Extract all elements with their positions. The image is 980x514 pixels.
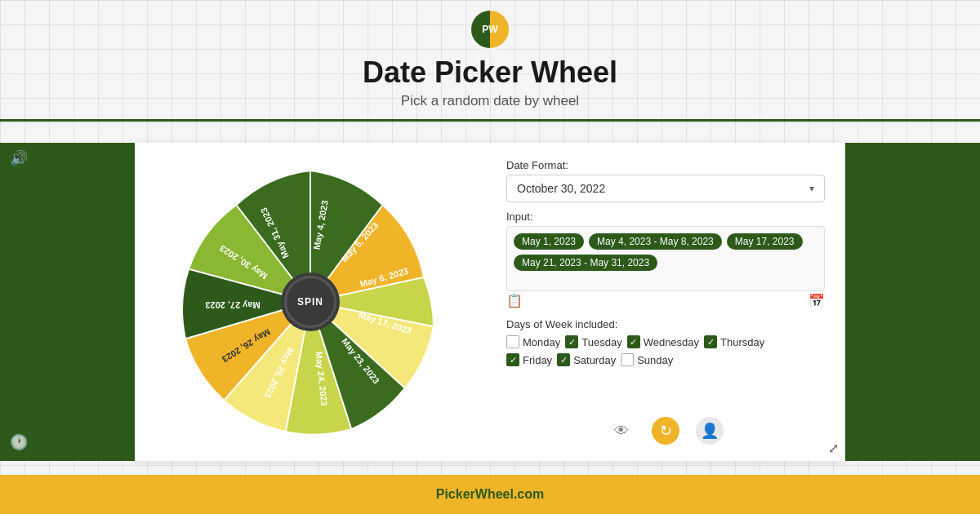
- tag-1[interactable]: May 4, 2023 - May 8, 2023: [589, 233, 722, 250]
- checkbox-saturday[interactable]: [557, 353, 570, 366]
- days-row: Monday Tuesday Wednesday Thursday: [506, 335, 825, 348]
- controls-section: Date Format: October 30, 2022 ▾ Input: M…: [486, 143, 845, 461]
- date-format-value: October 30, 2022: [517, 182, 605, 195]
- history-icon[interactable]: 🕐: [0, 427, 135, 458]
- side-panel-right: [845, 143, 980, 461]
- input-tags-area[interactable]: May 1, 2023 May 4, 2023 - May 8, 2023 Ma…: [506, 226, 825, 291]
- day-thursday: Thursday: [704, 335, 764, 348]
- day-friday-label: Friday: [523, 354, 552, 366]
- input-label: Input:: [506, 210, 825, 223]
- person-icon[interactable]: 👤: [696, 417, 724, 445]
- day-saturday: Saturday: [557, 353, 616, 366]
- logo-text: PW: [482, 24, 497, 35]
- input-group: Input: May 1, 2023 May 4, 2023 - May 8, …: [506, 210, 825, 308]
- spin-button[interactable]: SPIN: [284, 276, 336, 328]
- day-sunday-label: Sunday: [637, 354, 673, 366]
- page-header: PW Date Picker Wheel Pick a random date …: [0, 0, 980, 109]
- checkbox-tuesday[interactable]: [565, 335, 578, 348]
- day-saturday-label: Saturday: [573, 354, 616, 366]
- day-tuesday: Tuesday: [565, 335, 621, 348]
- checkbox-thursday[interactable]: [704, 335, 717, 348]
- wheel-section: May 4, 2023 May 5, 2023 May 6, 2023 May …: [135, 143, 486, 461]
- wheel-container: May 4, 2023 May 5, 2023 May 6, 2023 May …: [172, 163, 449, 441]
- date-format-label: Date Format:: [506, 159, 825, 171]
- footer-bar: PickerWheel.com: [0, 475, 980, 514]
- page-title: Date Picker Wheel: [0, 55, 980, 90]
- checkbox-wednesday[interactable]: [627, 335, 640, 348]
- page-subtitle: Pick a random date by wheel: [0, 93, 980, 109]
- view-icon[interactable]: 👁: [608, 417, 635, 445]
- date-format-group: Date Format: October 30, 2022 ▾: [506, 159, 825, 202]
- day-wednesday-label: Wednesday: [644, 336, 699, 348]
- day-sunday: Sunday: [621, 353, 673, 366]
- days-row-2: Friday Saturday Sunday: [506, 353, 825, 366]
- tag-0[interactable]: May 1, 2023: [514, 233, 584, 250]
- day-monday-label: Monday: [523, 336, 560, 348]
- day-tuesday-label: Tuesday: [581, 336, 621, 348]
- days-section: Days of Week included: Monday Tuesday We…: [506, 318, 825, 366]
- day-thursday-label: Thursday: [720, 336, 764, 348]
- expand-button[interactable]: ⤢: [828, 441, 839, 456]
- checkbox-sunday[interactable]: [621, 353, 634, 366]
- calendar-list-icon[interactable]: 📋: [506, 293, 523, 308]
- day-monday: Monday: [506, 335, 560, 348]
- footer-site-name: PickerWheel.com: [436, 487, 545, 502]
- day-wednesday: Wednesday: [627, 335, 699, 348]
- top-divider: [0, 119, 980, 122]
- refresh-icon[interactable]: ↻: [652, 417, 679, 445]
- day-friday: Friday: [506, 353, 552, 366]
- days-of-week-label: Days of Week included:: [506, 318, 825, 330]
- bottom-actions: 👁 ↻ 👤: [506, 409, 825, 445]
- logo: PW: [469, 8, 511, 51]
- checkbox-friday[interactable]: [506, 353, 519, 366]
- tag-2[interactable]: May 17, 2023: [727, 233, 803, 250]
- wheel-label-8: May 27, 2023: [205, 300, 260, 310]
- input-icons-row: 📋 📅: [506, 293, 825, 308]
- volume-icon[interactable]: 🔊: [0, 143, 135, 174]
- calendar-icon[interactable]: 📅: [808, 293, 825, 308]
- date-format-select[interactable]: October 30, 2022 ▾: [506, 175, 825, 202]
- main-card: May 4, 2023 May 5, 2023 May 6, 2023 May …: [135, 143, 845, 461]
- chevron-down-icon: ▾: [809, 183, 814, 194]
- checkbox-monday[interactable]: [506, 335, 519, 348]
- tag-3[interactable]: May 21, 2023 - May 31, 2023: [514, 255, 657, 271]
